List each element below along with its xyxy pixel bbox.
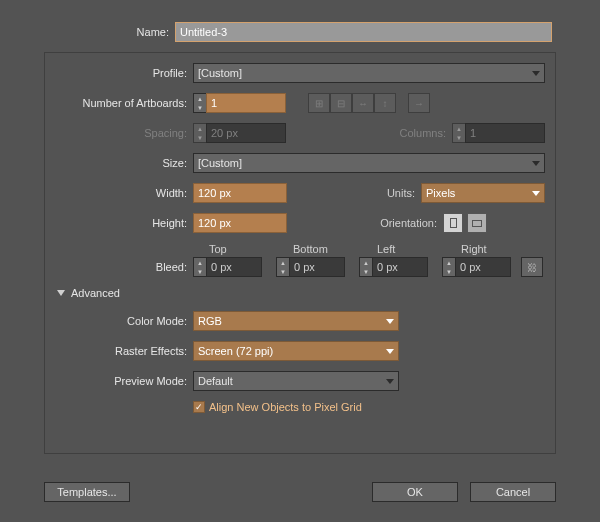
units-dropdown[interactable]: Pixels xyxy=(421,183,545,203)
templates-button[interactable]: Templates... xyxy=(44,482,130,502)
align-checkbox[interactable]: ✓ Align New Objects to Pixel Grid xyxy=(193,401,362,413)
spacing-input xyxy=(206,123,286,143)
preview-value: Default xyxy=(198,375,233,387)
advanced-label: Advanced xyxy=(71,287,120,299)
raster-value: Screen (72 ppi) xyxy=(198,345,273,357)
layout-direction-icon[interactable]: → xyxy=(408,93,430,113)
top-label: Top xyxy=(207,243,277,255)
advanced-header[interactable]: Advanced xyxy=(57,287,545,299)
bleed-top-stepper[interactable]: ▲▼ xyxy=(193,257,207,277)
raster-label: Raster Effects: xyxy=(45,345,193,357)
bleed-top-input[interactable] xyxy=(206,257,262,277)
size-value: [Custom] xyxy=(198,157,242,169)
colormode-dropdown[interactable]: RGB xyxy=(193,311,399,331)
units-value: Pixels xyxy=(426,187,455,199)
orientation-portrait-icon[interactable] xyxy=(443,213,463,233)
grid-by-col-icon[interactable]: ⊟ xyxy=(330,93,352,113)
bleed-label: Bleed: xyxy=(45,261,193,273)
check-icon: ✓ xyxy=(193,401,205,413)
columns-stepper: ▲▼ xyxy=(452,123,466,143)
cancel-button[interactable]: Cancel xyxy=(470,482,556,502)
profile-label: Profile: xyxy=(45,67,193,79)
name-input[interactable] xyxy=(175,22,552,42)
arrange-row-icon[interactable]: ↔ xyxy=(352,93,374,113)
artboards-label: Number of Artboards: xyxy=(45,97,193,109)
height-label: Height: xyxy=(45,217,193,229)
left-label: Left xyxy=(375,243,445,255)
columns-input xyxy=(465,123,545,143)
units-label: Units: xyxy=(359,187,421,199)
profile-dropdown[interactable]: [Custom] xyxy=(193,63,545,83)
size-label: Size: xyxy=(45,157,193,169)
ok-button[interactable]: OK xyxy=(372,482,458,502)
link-bleed-icon[interactable]: ⛓ xyxy=(521,257,543,277)
bleed-right-input[interactable] xyxy=(455,257,511,277)
columns-label: Columns: xyxy=(390,127,452,139)
name-label: Name: xyxy=(0,26,175,38)
bleed-left-stepper[interactable]: ▲▼ xyxy=(359,257,373,277)
orientation-landscape-icon[interactable] xyxy=(467,213,487,233)
preview-label: Preview Mode: xyxy=(45,375,193,387)
orientation-label: Orientation: xyxy=(363,217,443,229)
spacing-label: Spacing: xyxy=(45,127,193,139)
align-label: Align New Objects to Pixel Grid xyxy=(209,401,362,413)
grid-by-row-icon[interactable]: ⊞ xyxy=(308,93,330,113)
arrange-col-icon[interactable]: ↕ xyxy=(374,93,396,113)
preview-dropdown[interactable]: Default xyxy=(193,371,399,391)
spacing-stepper: ▲▼ xyxy=(193,123,207,143)
settings-frame: Profile: [Custom] Number of Artboards: ▲… xyxy=(44,52,556,454)
width-label: Width: xyxy=(45,187,193,199)
height-input[interactable] xyxy=(193,213,287,233)
bleed-left-input[interactable] xyxy=(372,257,428,277)
bottom-label: Bottom xyxy=(291,243,361,255)
bleed-bottom-stepper[interactable]: ▲▼ xyxy=(276,257,290,277)
bleed-right-stepper[interactable]: ▲▼ xyxy=(442,257,456,277)
right-label: Right xyxy=(459,243,529,255)
bleed-bottom-input[interactable] xyxy=(289,257,345,277)
raster-dropdown[interactable]: Screen (72 ppi) xyxy=(193,341,399,361)
profile-value: [Custom] xyxy=(198,67,242,79)
artboards-input[interactable] xyxy=(206,93,286,113)
disclosure-triangle-icon xyxy=(57,290,65,296)
size-dropdown[interactable]: [Custom] xyxy=(193,153,545,173)
colormode-value: RGB xyxy=(198,315,222,327)
colormode-label: Color Mode: xyxy=(45,315,193,327)
width-input[interactable] xyxy=(193,183,287,203)
artboards-stepper[interactable]: ▲▼ xyxy=(193,93,207,113)
